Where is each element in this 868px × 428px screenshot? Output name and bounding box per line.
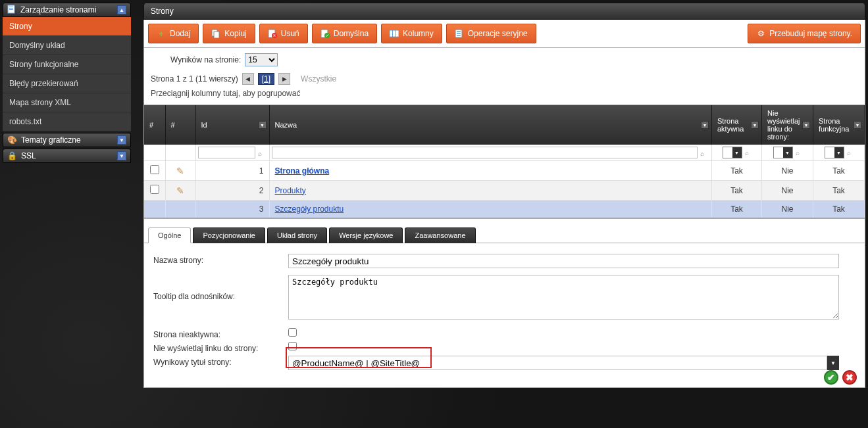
nav-item-robots[interactable]: robots.txt [3, 112, 131, 131]
sort-icon[interactable]: ▼ [802, 121, 810, 129]
group-hint: Przeciągnij kolumny tutaj, aby pogrupowa… [151, 85, 858, 99]
label-hide-link: Nie wyświetlaj linku do strony: [153, 342, 288, 353]
sort-icon[interactable]: ▼ [259, 121, 267, 129]
col-id[interactable]: Id▼ [195, 105, 269, 145]
label-page-name: Nazwa strony: [153, 254, 288, 265]
ok-button[interactable]: ✔ [824, 370, 838, 385]
sort-icon[interactable]: ▼ [854, 121, 861, 129]
row-checkbox[interactable] [150, 185, 159, 194]
table-row[interactable]: 2 Produkty Tak Nie Tak [144, 181, 865, 201]
svg-rect-10 [390, 30, 399, 37]
input-page-name[interactable] [288, 254, 839, 268]
doc-icon [7, 5, 16, 16]
default-icon [320, 29, 330, 38]
col-hide[interactable]: Nie wyświetlaj linku do strony:▼ [762, 105, 813, 145]
nav-item-strony[interactable]: Strony [3, 17, 131, 36]
delete-button[interactable]: Usuń [259, 24, 308, 43]
checkbox-hide-link[interactable] [288, 342, 297, 350]
svg-rect-2 [9, 8, 13, 9]
filter-icon[interactable]: ⌕ [255, 149, 265, 158]
plus-icon: ＋ [157, 29, 166, 38]
pager-prev[interactable]: ◀ [242, 73, 254, 85]
nav-item-funkcjonalne[interactable]: Strony funkcjonalne [3, 55, 131, 74]
batch-button[interactable]: Operacje seryjne [446, 24, 536, 43]
panel-title-ssl: SSL [21, 151, 36, 160]
filter-icon[interactable]: ⌕ [742, 148, 752, 157]
svg-point-9 [324, 33, 330, 38]
panel-title: Zarządzanie stronami [20, 5, 96, 14]
tab-lang[interactable]: Wersje językowe [329, 227, 403, 243]
copy-icon [211, 29, 220, 38]
detail-panel: Ogólne Pozycjonowanie Układ strony Wersj… [143, 219, 865, 388]
filter-hide[interactable] [773, 147, 793, 158]
expand-icon[interactable]: ▼ [117, 151, 126, 160]
dropdown-button[interactable]: ▼ [827, 356, 839, 370]
copy-button[interactable]: Kopiuj [203, 24, 255, 43]
label-tooltip: Tooltip dla odnośników: [153, 275, 288, 301]
edit-icon[interactable] [175, 166, 186, 176]
expand-icon[interactable]: ▼ [117, 135, 126, 145]
collapse-icon[interactable]: ▲ [117, 5, 126, 14]
table-row[interactable]: 3 Szczegóły produktu Tak Nie Tak [144, 201, 865, 218]
pager-next[interactable]: ▶ [278, 73, 290, 85]
filter-name[interactable] [272, 147, 698, 158]
filter-active[interactable] [723, 147, 742, 158]
cancel-button[interactable]: ✖ [842, 370, 857, 385]
filter-id[interactable] [198, 147, 255, 158]
input-result-title[interactable] [288, 356, 827, 370]
gear-icon: ⚙ [756, 29, 765, 38]
col-idx2[interactable]: # [165, 105, 195, 145]
grid: # # Id▼ Nazwa▼ Strona aktywna▼ Nie wyświ… [143, 105, 865, 219]
row-link[interactable]: Strona główna [275, 166, 330, 176]
tab-general[interactable]: Ogólne [148, 227, 191, 243]
default-button[interactable]: Domyślna [312, 24, 377, 43]
label-result-title: Wynikowy tytuł strony: [153, 356, 288, 367]
columns-button[interactable]: Kolumny [381, 24, 442, 43]
tab-strip: Ogólne Pozycjonowanie Układ strony Wersj… [144, 227, 865, 243]
filter-icon[interactable]: ⌕ [793, 148, 802, 157]
lock-icon: 🔒 [7, 151, 17, 160]
col-idx1[interactable]: # [144, 105, 165, 145]
svg-rect-14 [457, 31, 461, 32]
nav-list: Strony Domyślny układ Strony funkcjonaln… [3, 17, 131, 131]
checkbox-inactive[interactable] [288, 328, 297, 337]
filter-icon[interactable]: ⌕ [844, 148, 854, 157]
panel-title-themes: Tematy graficzne [21, 135, 81, 145]
pager-all[interactable]: Wszystkie [301, 74, 336, 83]
filter-row: ⌕ ⌕ ⌕ ⌕ ⌕ [144, 145, 865, 161]
delete-icon [268, 29, 277, 38]
filter-icon[interactable]: ⌕ [698, 149, 707, 158]
pager-current[interactable]: [1] [258, 73, 274, 85]
nav-item-mapa-xml[interactable]: Mapa strony XML [3, 93, 131, 112]
col-active[interactable]: Strona aktywna▼ [712, 105, 762, 145]
tab-seo[interactable]: Pozycjonowanie [193, 227, 265, 243]
row-link[interactable]: Produkty [275, 186, 306, 195]
panel-header-themes[interactable]: 🎨 Tematy graficzne ▼ [3, 133, 131, 147]
panel-header-pages[interactable]: Zarządzanie stronami ▲ [3, 3, 131, 17]
nav-item-bledy[interactable]: Błędy przekierowań [3, 74, 131, 93]
panel-header-ssl[interactable]: 🔒 SSL ▼ [3, 149, 131, 163]
sort-icon[interactable]: ▼ [701, 121, 709, 129]
results-select[interactable]: 15 [245, 53, 278, 66]
pager-text: Strona 1 z 1 (11 wierszy) [151, 74, 238, 83]
toolbar: ＋ Dodaj Kopiuj Usuń Domyślna Kolumny Ope… [143, 20, 865, 48]
add-button[interactable]: ＋ Dodaj [148, 24, 199, 43]
table-row[interactable]: 1 Strona główna Tak Nie Tak [144, 161, 865, 181]
filter-func[interactable] [825, 147, 844, 158]
col-func[interactable]: Strona funkcyjna▼ [813, 105, 865, 145]
col-name[interactable]: Nazwa▼ [269, 105, 712, 145]
sort-icon[interactable]: ▼ [751, 121, 759, 129]
label-inactive: Strona nieaktywna: [153, 328, 288, 339]
input-tooltip[interactable] [288, 275, 839, 320]
tab-advanced[interactable]: Zaawansowane [405, 227, 475, 243]
svg-rect-3 [9, 9, 13, 10]
row-checkbox[interactable] [150, 165, 159, 174]
nav-item-domyslny[interactable]: Domyślny układ [3, 36, 131, 55]
rebuild-button[interactable]: ⚙ Przebuduj mapę strony. [748, 24, 861, 43]
row-link[interactable]: Szczegóły produktu [275, 204, 344, 214]
svg-rect-5 [214, 32, 219, 38]
tab-layout[interactable]: Układ strony [267, 227, 327, 243]
results-label: Wyników na stronie: [170, 55, 241, 64]
palette-icon: 🎨 [7, 135, 17, 145]
edit-icon[interactable] [175, 185, 186, 196]
